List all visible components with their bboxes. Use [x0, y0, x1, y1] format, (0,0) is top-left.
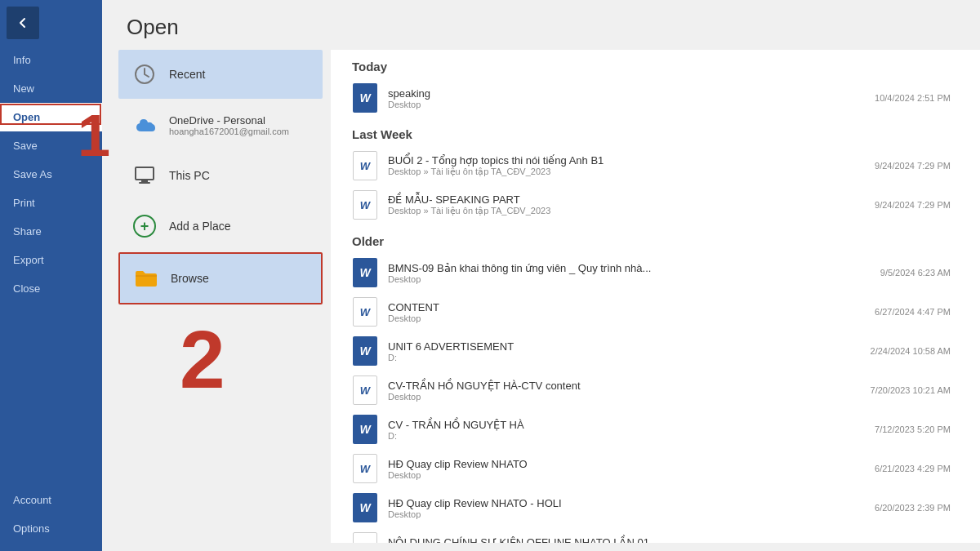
file-hd-nhato[interactable]: HĐ Quay clip Review NHATO Desktop 6/21/2… [339, 449, 980, 488]
svg-rect-1 [136, 167, 154, 180]
file-speaking-name: speaking [388, 87, 875, 100]
page-title: Open [102, 0, 980, 50]
file-cv-ctv-date: 7/20/2023 10:21 AM [871, 385, 967, 395]
word-blue-icon-4 [352, 493, 378, 522]
file-cv-info: CV - TRẦN HỒ NGUYỆT HÀ D: [388, 419, 875, 441]
file-cv-ctv-path: Desktop [388, 392, 871, 402]
nav-item-save-as[interactable]: Save As [0, 160, 102, 189]
file-cv-date: 7/12/2023 5:20 PM [875, 424, 967, 434]
file-buoi2-path: Desktop » Tài liệu ôn tập TA_CĐV_2023 [388, 167, 875, 177]
word-plain-icon-1 [352, 190, 378, 220]
add-place-icon: + [130, 211, 159, 241]
file-content[interactable]: CONTENT Desktop 6/27/2024 4:47 PM [339, 292, 980, 331]
nav-item-info[interactable]: Info [0, 46, 102, 74]
file-hd-holi-info: HĐ Quay clip Review NHATO - HOLI Desktop [388, 497, 875, 519]
word-plain-icon-4 [352, 454, 378, 483]
file-cv-ctv[interactable]: CV-TRẦN HỒ NGUYỆT HÀ-CTV content Desktop… [339, 371, 980, 410]
onedrive-email: hoangha1672001@gmail.com [169, 127, 289, 136]
add-place-label: Add a Place [169, 220, 231, 233]
files-panel: Today speaking Desktop 10/4/2024 2:51 PM… [331, 50, 980, 543]
file-content-date: 6/27/2024 4:47 PM [875, 307, 967, 317]
file-buoi2-info: BUỔI 2 - Tổng hợp topics thi nói tiếng A… [388, 154, 875, 177]
svg-rect-2 [141, 180, 148, 182]
onedrive-label: OneDrive - Personal [169, 114, 289, 127]
location-onedrive[interactable]: OneDrive - Personal hoangha1672001@gmail… [118, 100, 323, 149]
nav-item-options[interactable]: Options [0, 514, 102, 543]
file-cv-ctv-name: CV-TRẦN HỒ NGUYỆT HÀ-CTV content [388, 380, 871, 392]
file-unit6[interactable]: UNIT 6 ADVERTISEMENT D: 2/24/2024 10:58 … [339, 331, 980, 371]
file-content-name: CONTENT [388, 301, 875, 313]
folder-icon [131, 264, 161, 293]
svg-rect-3 [139, 182, 150, 184]
pc-icon [130, 161, 159, 190]
file-cv-ctv-info: CV-TRẦN HỒ NGUYỆT HÀ-CTV content Desktop [388, 380, 871, 402]
file-cv-name: CV - TRẦN HỒ NGUYỆT HÀ [388, 419, 875, 431]
file-unit6-date: 2/24/2024 10:58 AM [871, 346, 967, 356]
file-speaking-date: 10/4/2024 2:51 PM [875, 93, 967, 103]
nav-item-save[interactable]: Save [0, 131, 102, 160]
file-unit6-path: D: [388, 353, 871, 362]
file-cv[interactable]: CV - TRẦN HỒ NGUYỆT HÀ D: 7/12/2023 5:20… [339, 410, 980, 449]
file-demau[interactable]: ĐỀ MẪU- SPEAKING PART Desktop » Tài liệu… [339, 185, 980, 224]
file-hd-nhato-date: 6/21/2023 4:29 PM [875, 464, 967, 473]
file-bmns-info: BMNS-09 Bản khai thông tin ứng viên _ Qu… [388, 262, 880, 284]
file-speaking-info: speaking Desktop [388, 87, 875, 109]
file-content-path: Desktop [388, 313, 875, 323]
nav-item-open[interactable]: Open [0, 103, 102, 131]
file-speaking[interactable]: speaking Desktop 10/4/2024 2:51 PM [339, 78, 980, 118]
browse-label: Browse [171, 272, 209, 285]
file-buoi2-date: 9/24/2024 7:29 PM [875, 161, 967, 171]
file-bmns-path: Desktop [388, 274, 880, 284]
file-hd-holi-date: 6/20/2023 2:39 PM [875, 503, 967, 513]
nav-item-account[interactable]: Account [0, 486, 102, 514]
file-buoi2-name: BUỔI 2 - Tổng hợp topics thi nói tiếng A… [388, 154, 875, 167]
file-bmns[interactable]: BMNS-09 Bản khai thông tin ứng viên _ Qu… [339, 253, 980, 292]
file-demau-date: 9/24/2024 7:29 PM [875, 200, 967, 210]
file-noi-dung-info: NỘI DUNG CHÍNH SỰ KIỆN OFFLINE NHATO LẦN… [388, 536, 951, 544]
this-pc-label: This PC [169, 169, 210, 182]
location-recent-label: Recent [169, 68, 205, 81]
file-cv-path: D: [388, 431, 875, 441]
file-hd-holi-name: HĐ Quay clip Review NHATO - HOLI [388, 497, 875, 509]
location-recent[interactable]: Recent [118, 50, 323, 99]
file-noi-dung-name: NỘI DUNG CHÍNH SỰ KIỆN OFFLINE NHATO LẦN… [388, 536, 951, 544]
word-plain-icon-3 [352, 375, 378, 405]
file-buoi2[interactable]: BUỔI 2 - Tổng hợp topics thi nói tiếng A… [339, 146, 980, 185]
onedrive-label-wrap: OneDrive - Personal hoangha1672001@gmail… [169, 114, 289, 136]
file-unit6-info: UNIT 6 ADVERTISEMENT D: [388, 340, 871, 362]
locations-panel: Recent OneDrive - Personal hoangha167200… [102, 50, 331, 543]
location-this-pc[interactable]: This PC [118, 151, 323, 200]
file-hd-holi[interactable]: HĐ Quay clip Review NHATO - HOLI Desktop… [339, 488, 980, 527]
nav-item-new[interactable]: New [0, 74, 102, 103]
word-plain-icon-0 [352, 151, 378, 180]
location-add-place[interactable]: + Add a Place [118, 202, 323, 251]
nav-item-export[interactable]: Export [0, 246, 102, 274]
clock-icon [130, 60, 159, 89]
file-speaking-path: Desktop [388, 100, 875, 109]
file-demau-name: ĐỀ MẪU- SPEAKING PART [388, 193, 875, 206]
file-demau-info: ĐỀ MẪU- SPEAKING PART Desktop » Tài liệu… [388, 193, 875, 216]
file-demau-path: Desktop » Tài liệu ôn tập TA_CĐV_2023 [388, 206, 875, 216]
file-hd-nhato-path: Desktop [388, 470, 875, 480]
file-unit6-name: UNIT 6 ADVERTISEMENT [388, 340, 871, 353]
section-lastweek-header: Last Week [339, 118, 980, 146]
nav-item-print[interactable]: Print [0, 189, 102, 217]
nav-item-share[interactable]: Share [0, 217, 102, 246]
word-plain-icon-2 [352, 297, 378, 327]
file-bmns-date: 9/5/2024 6:23 AM [880, 268, 967, 278]
file-hd-nhato-name: HĐ Quay clip Review NHATO [388, 458, 875, 470]
file-noi-dung[interactable]: NỘI DUNG CHÍNH SỰ KIỆN OFFLINE NHATO LẦN… [339, 527, 980, 543]
word-blue-icon [352, 83, 378, 113]
word-blue-icon-3 [352, 415, 378, 444]
nav-item-close[interactable]: Close [0, 274, 102, 303]
file-bmns-name: BMNS-09 Bản khai thông tin ứng viên _ Qu… [388, 262, 880, 274]
word-blue-icon-2 [352, 336, 378, 366]
word-plain-icon-5 [352, 532, 378, 543]
back-button[interactable] [7, 7, 39, 39]
onedrive-icon [130, 110, 159, 140]
file-hd-nhato-info: HĐ Quay clip Review NHATO Desktop [388, 458, 875, 480]
location-browse[interactable]: Browse [118, 252, 323, 304]
file-hd-holi-path: Desktop [388, 509, 875, 519]
section-older-header: Older [339, 224, 980, 253]
left-nav: Info New Open Save Save As Print Share E… [0, 0, 102, 551]
